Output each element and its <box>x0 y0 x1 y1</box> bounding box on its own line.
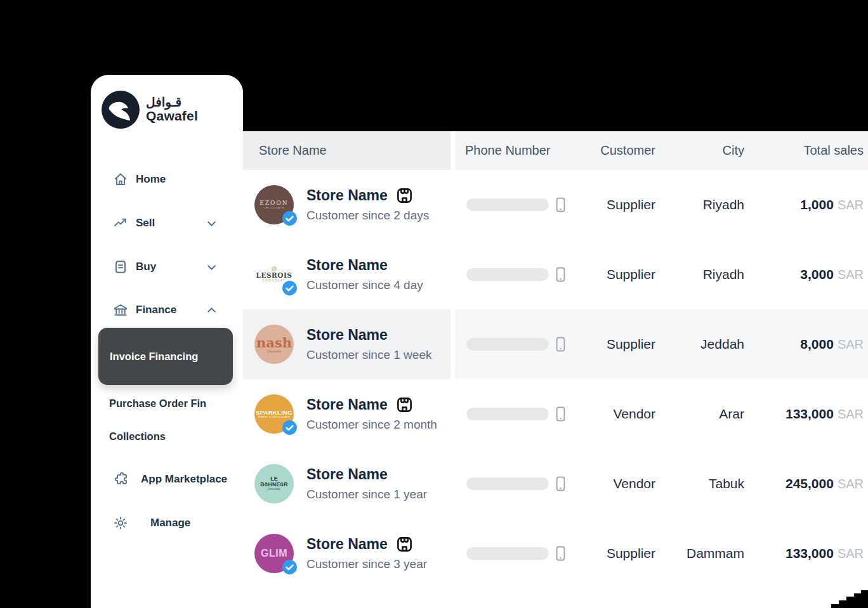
table-row[interactable]: Vendor Tabuk 245,000SAR <box>455 449 868 519</box>
phone-number-placeholder <box>466 477 549 490</box>
sidebar-item-home[interactable]: Home <box>91 167 243 192</box>
column-header-store-name: Store Name <box>243 131 450 170</box>
column-header-city: City <box>655 143 744 158</box>
store-name: Store Name <box>306 536 388 553</box>
city: Jeddah <box>655 337 744 352</box>
sidebar-item-invoice-financing[interactable]: Invoice Financing <box>98 328 233 385</box>
sidebar-item-label: Buy <box>136 261 156 273</box>
table-row[interactable]: Supplier Riyadh 3,000SAR <box>455 240 868 309</box>
chevron-up-icon <box>205 304 218 317</box>
store-avatar: GLIM <box>254 534 294 573</box>
table-row[interactable]: @ LESROIS CHOCOLAT Store Name Customer s… <box>243 240 450 309</box>
phone-number-placeholder <box>466 268 549 281</box>
customer-since: Customer since 2 days <box>306 209 429 223</box>
total-sales: 133,000SAR <box>744 546 864 561</box>
document-icon <box>113 259 128 275</box>
store-name: Store Name <box>306 187 388 204</box>
stores-table: Store Name EZOON CHOCOLATE Store Name Cu… <box>243 131 868 608</box>
sidebar-item-buy[interactable]: Buy <box>91 254 243 280</box>
customer-since: Customer since 2 month <box>306 418 437 432</box>
storefront-icon <box>396 187 413 204</box>
store-avatar: SPARKLING SWEET & CHOCOLATE <box>254 394 294 434</box>
city: Riyadh <box>655 197 744 212</box>
sidebar-item-label: Home <box>136 173 166 186</box>
customer-since: Customer since 3 year <box>306 557 427 571</box>
store-avatar: LE BōHNEūR Chocolate <box>254 464 294 503</box>
sidebar-item-label: Invoice Financing <box>110 351 198 363</box>
table-row[interactable]: Vendor Arar 133,000SAR <box>455 379 868 449</box>
sidebar-item-label: App Marketplace <box>141 473 227 486</box>
sidebar-item-collections[interactable]: Collections <box>109 427 166 446</box>
total-sales: 3,000SAR <box>744 267 864 282</box>
brand-logo: قـوافل Qawafel <box>102 91 198 129</box>
store-name: Store Name <box>306 327 388 344</box>
store-avatar: @ LESROIS CHOCOLAT <box>254 255 294 294</box>
customer-type: Supplier <box>570 337 655 352</box>
customer-type: Supplier <box>570 546 655 561</box>
store-logo: nash Chocolate <box>254 325 294 364</box>
table-row[interactable]: nash Chocolate Store Name Customer since… <box>243 309 450 379</box>
city: Arar <box>655 406 744 422</box>
chevron-down-icon <box>205 261 218 274</box>
table-row[interactable]: Supplier Jeddah 8,000SAR <box>455 309 868 379</box>
customer-type: Supplier <box>570 267 655 282</box>
puzzle-icon <box>114 472 129 487</box>
sidebar-item-sell[interactable]: Sell <box>91 210 243 236</box>
phone-number-placeholder <box>466 198 549 211</box>
gear-icon <box>113 515 128 531</box>
table-row[interactable]: EZOON CHOCOLATE Store Name Customer sinc… <box>243 170 450 240</box>
verified-badge-icon <box>282 420 298 436</box>
phone-icon[interactable] <box>556 476 565 491</box>
store-name-column: Store Name EZOON CHOCOLATE Store Name Cu… <box>243 131 450 608</box>
phone-number-placeholder <box>466 547 549 560</box>
bank-icon <box>113 302 128 318</box>
customer-type: Vendor <box>570 406 655 422</box>
column-header-total-sales: Total sales <box>744 143 864 158</box>
customer-since: Customer since 1 year <box>306 488 427 501</box>
phone-icon[interactable] <box>556 197 565 212</box>
phone-icon[interactable] <box>556 267 565 282</box>
verified-badge-icon <box>282 210 298 226</box>
store-avatar: nash Chocolate <box>254 325 294 364</box>
brand-name-arabic: قـوافل <box>146 96 198 109</box>
total-sales: 1,000SAR <box>744 197 864 212</box>
storefront-icon <box>396 396 413 413</box>
phone-icon[interactable] <box>556 406 565 422</box>
phone-icon[interactable] <box>556 546 565 561</box>
sidebar: قـوافل Qawafel Home Sell Buy Finance Inv… <box>91 75 243 608</box>
phone-number-placeholder <box>466 338 549 351</box>
city: Dammam <box>655 546 744 561</box>
trend-up-icon <box>113 216 128 231</box>
total-sales: 133,000SAR <box>744 406 864 422</box>
phone-icon[interactable] <box>556 337 565 352</box>
table-row[interactable]: Supplier Dammam 133,000SAR <box>455 519 868 588</box>
sidebar-item-label: Purchase Order Fin <box>109 398 206 410</box>
qawafel-falcon-icon <box>102 91 140 129</box>
store-name: Store Name <box>306 466 388 483</box>
table-row[interactable]: LE BōHNEūR Chocolate Store Name Customer… <box>243 449 450 519</box>
sidebar-item-finance[interactable]: Finance <box>91 297 243 323</box>
city: Riyadh <box>655 267 744 282</box>
chevron-down-icon <box>205 217 218 230</box>
storefront-icon <box>396 536 413 553</box>
store-name: Store Name <box>306 257 388 274</box>
page: قـوافل Qawafel Home Sell Buy Finance Inv… <box>0 0 868 608</box>
sidebar-item-app-marketplace[interactable]: App Marketplace <box>91 467 243 492</box>
table-row[interactable]: Supplier Riyadh 1,000SAR <box>455 170 868 240</box>
sidebar-item-label: Collections <box>109 430 166 443</box>
store-name: Store Name <box>306 396 388 413</box>
customer-type: Vendor <box>570 476 655 491</box>
city: Tabuk <box>655 476 744 491</box>
table-data-columns: Phone Number Customer City Total sales S… <box>455 131 868 608</box>
total-sales: 245,000SAR <box>744 476 864 491</box>
customer-since: Customer since 4 day <box>306 278 423 292</box>
sidebar-item-label: Sell <box>136 217 155 230</box>
table-row[interactable]: SPARKLING SWEET & CHOCOLATE Store Name C… <box>243 379 450 449</box>
sidebar-item-manage[interactable]: Manage <box>91 510 243 536</box>
brand-name-english: Qawafel <box>146 109 198 123</box>
home-icon <box>113 172 128 187</box>
table-row[interactable]: GLIM Store Name Customer since 3 year <box>243 519 450 588</box>
sidebar-item-purchase-order-fin[interactable]: Purchase Order Fin <box>109 394 206 413</box>
table-header: Phone Number Customer City Total sales <box>455 131 868 170</box>
verified-badge-icon <box>282 280 298 296</box>
